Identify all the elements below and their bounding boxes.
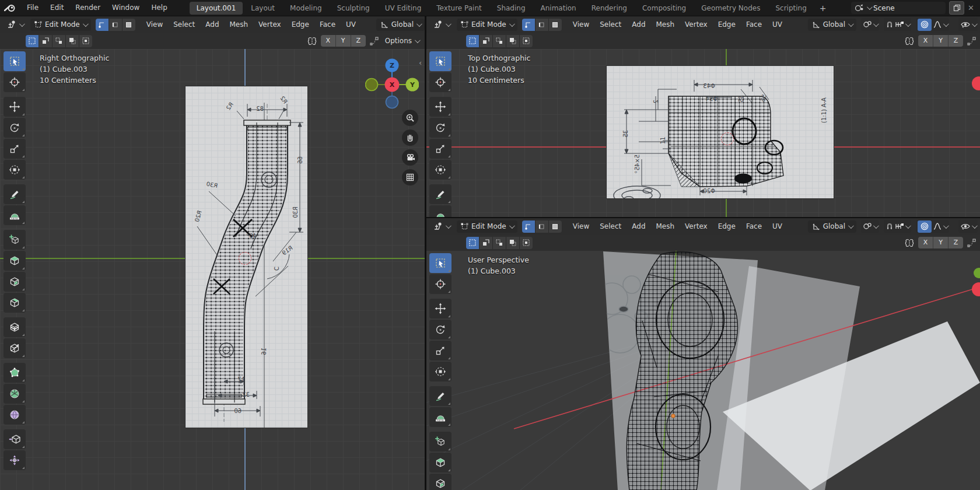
cursor-tool-button[interactable] [429,274,452,294]
viewport-menu-item[interactable]: Select [168,16,200,33]
navigation-gizmo[interactable]: Z Y X [365,51,419,109]
topbar-menu-item[interactable]: Help [145,0,173,16]
smooth-tool-button[interactable] [4,405,26,425]
edge-select-button[interactable] [536,19,549,31]
select-subtract-button[interactable] [52,35,66,47]
scene-selector[interactable]: Scene [851,2,946,14]
edge-slide-tool-button[interactable] [4,429,26,449]
add-cube-tool-button[interactable] [4,230,26,250]
symmetry-butterfly-icon[interactable] [904,239,915,247]
workspace-tab[interactable]: Shading [490,2,533,15]
viewport-menu-item[interactable]: UV [767,16,788,33]
select-extend-button[interactable] [480,237,493,249]
proportional-falloff-icon[interactable] [369,36,379,46]
move-tool-button[interactable] [429,299,452,318]
add-cube-tool-button[interactable] [429,432,452,452]
viewport-menu-item[interactable]: Edge [713,16,741,33]
axis-toggle-button[interactable]: X [321,35,336,47]
viewport-menu-item[interactable]: View [141,16,168,33]
topbar-menu-item[interactable]: Render [69,0,106,16]
select-set-button[interactable] [26,35,39,47]
knife-tool-button[interactable] [4,338,26,358]
pivot-group[interactable] [861,18,879,31]
rotate-tool-button[interactable] [429,118,452,138]
select-subtract-button[interactable] [493,237,506,249]
viewport-menu-item[interactable]: Face [314,16,341,33]
proportional-editing-button[interactable] [918,19,932,31]
viewport-menu-item[interactable]: Mesh [225,16,254,33]
axis-toggle-button[interactable]: X [918,237,933,249]
orientation-dropdown[interactable]: Global [376,19,425,31]
mode-dropdown[interactable]: Edit Mode [457,220,517,233]
viewport-canvas[interactable]: R282R266R30R20R3040°R19C16173260 Right O… [0,49,425,490]
viewport-menu-item[interactable]: Add [200,16,224,33]
axis-toggle-button[interactable]: Z [351,35,366,47]
vertex-select-button[interactable] [522,220,536,233]
pivot-group[interactable] [861,220,879,233]
snap-group[interactable] [884,220,911,233]
scale-tool-button[interactable] [429,139,452,159]
viewport-menu-item[interactable]: Edge [713,218,741,235]
shrink-fatten-tool-button[interactable] [4,450,26,470]
move-tool-button[interactable] [429,97,452,117]
topbar-menu-item[interactable]: File [21,0,44,16]
workspace-tab[interactable]: Rendering [584,2,634,15]
axis-toggle-button[interactable]: Z [949,35,963,47]
viewport-menu-item[interactable]: UV [341,16,361,33]
inset-faces-tool-button[interactable] [429,474,452,490]
proportional-editing-button[interactable] [918,220,932,233]
transform-tool-button[interactable] [429,362,452,382]
viewport-menu-item[interactable]: Select [594,218,626,235]
workspace-tab[interactable]: Layout [244,2,282,15]
viewport-menu-item[interactable]: Vertex [680,16,713,33]
measure-tool-button[interactable] [429,407,452,427]
edge-select-button[interactable] [536,220,549,233]
viewport-menu-item[interactable]: Mesh [651,16,680,33]
vertex-select-button[interactable] [96,19,109,31]
select-invert-button[interactable] [506,35,520,47]
axis-toggle-button[interactable]: Z [949,237,963,249]
mode-dropdown[interactable]: Edit Mode [30,19,91,31]
workspace-tab[interactable]: Layout.001 [190,2,243,15]
overlays-group[interactable] [958,220,978,233]
workspace-tab[interactable]: Animation [534,2,583,15]
orientation-dropdown[interactable]: Global [808,220,856,233]
select-subtract-button[interactable] [493,35,506,47]
axis-toggle-button[interactable]: Y [933,35,949,47]
workspace-tab[interactable]: Geometry Nodes [694,2,767,15]
extrude-region-tool-button[interactable] [429,453,452,473]
cursor-tool-button[interactable] [429,72,452,92]
zoom-button[interactable] [402,110,418,126]
viewport-menu-item[interactable]: Add [626,16,650,33]
transform-tool-button[interactable] [429,160,452,180]
symmetry-butterfly-icon[interactable] [307,37,317,46]
select-box-tool-button[interactable] [4,51,26,71]
select-box-tool-button[interactable] [429,253,452,273]
spin-tool-button[interactable] [4,384,26,404]
extrude-region-tool-button[interactable] [4,251,26,271]
select-invert-button[interactable] [66,35,79,47]
select-set-button[interactable] [466,35,480,47]
vertex-select-button[interactable] [522,19,536,31]
axis-toggle-button[interactable]: X [918,35,933,47]
symmetry-butterfly-icon[interactable] [904,37,915,46]
transform-tool-button[interactable] [4,160,26,180]
annotate-tool-button[interactable] [4,184,26,204]
move-tool-button[interactable] [4,97,26,117]
viewport-menu-item[interactable]: Mesh [651,218,680,235]
annotate-tool-button[interactable] [429,184,452,204]
pan-button[interactable] [402,130,418,146]
select-intersect-button[interactable] [520,237,533,249]
proportional-falloff-icon[interactable] [967,36,977,46]
face-select-button[interactable] [549,220,562,233]
topbar-menu-item[interactable]: Edit [44,0,69,16]
face-select-button[interactable] [549,19,562,31]
workspace-tab[interactable]: Modeling [283,2,329,15]
viewport-menu-item[interactable]: Face [741,218,767,235]
workspace-tab[interactable]: Compositing [635,2,693,15]
face-select-button[interactable] [123,19,135,31]
select-invert-button[interactable] [506,237,520,249]
edge-select-button[interactable] [109,19,123,31]
viewport-menu-item[interactable]: UV [767,218,788,235]
proportional-group[interactable] [916,220,949,233]
